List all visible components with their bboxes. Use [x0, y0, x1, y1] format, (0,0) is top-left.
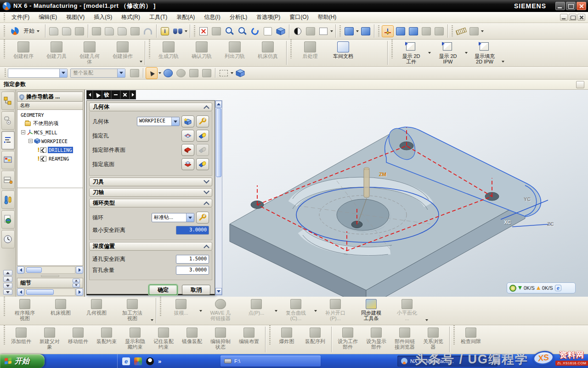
- quick-launch-more-icon[interactable]: »: [158, 358, 161, 365]
- find-button[interactable]: [172, 25, 184, 37]
- scroll-left-button[interactable]: [17, 288, 24, 296]
- show-2d-workpiece-button[interactable]: 显示 2D 工件: [395, 40, 428, 66]
- network-speed-widget[interactable]: 0K/S 0K/S e: [507, 282, 576, 293]
- geometry-view-button[interactable]: 几何视图: [79, 297, 114, 325]
- snap-options-button[interactable]: [188, 67, 200, 79]
- dialog-select-button[interactable]: [93, 90, 102, 99]
- details-collapse-button[interactable]: [73, 283, 80, 288]
- delete-button[interactable]: [129, 25, 141, 37]
- patch-opening-button[interactable]: 补片开口 (P)...: [317, 297, 353, 325]
- menu-insert[interactable]: 插入(S): [89, 12, 117, 23]
- dialog-scroll-thumb[interactable]: [216, 108, 221, 177]
- wave-geometry-linker-button[interactable]: WAVE 几 何链接器: [203, 297, 238, 325]
- dialog-scroll-track[interactable]: [215, 178, 222, 288]
- composite-curve-button[interactable]: 复合曲线 (C)...: [278, 297, 314, 325]
- scroll-up-button[interactable]: [3, 276, 12, 282]
- child-minimize-button[interactable]: [560, 14, 568, 21]
- menu-help[interactable]: 帮助(H): [313, 12, 341, 23]
- create-program-button[interactable]: 创建程序: [7, 40, 40, 66]
- save-button[interactable]: [74, 25, 85, 37]
- web-browser-button[interactable]: [1, 210, 15, 229]
- details-section-header[interactable]: 细节: [17, 278, 83, 288]
- composite-curve-dropdown-arrow[interactable]: [314, 310, 317, 312]
- generate-toolpath-button[interactable]: 生成刀轨: [152, 40, 185, 66]
- show-filled-2d-ipw-dropdown-arrow[interactable]: [502, 61, 504, 63]
- select-part-surface-button[interactable]: [181, 144, 194, 156]
- scroll-right-button[interactable]: [76, 288, 83, 296]
- tree-row-unused-items[interactable]: 不使用的项: [17, 119, 83, 128]
- annotation-dropdown-arrow[interactable]: [481, 30, 484, 32]
- depth-offset-section-header[interactable]: 深度偏置: [89, 242, 212, 251]
- copy-button[interactable]: [103, 25, 115, 37]
- dialog-scroll-up-button[interactable]: [215, 101, 222, 108]
- snap-point-button[interactable]: [433, 25, 445, 37]
- hscroll-track[interactable]: [25, 288, 75, 296]
- start-button[interactable]: 开始: [0, 354, 45, 368]
- check-clearances-button[interactable]: 检查间隙: [457, 325, 485, 354]
- pattern-button[interactable]: [360, 25, 372, 37]
- wcs-dynamics-button[interactable]: [382, 25, 394, 37]
- face-style-dropdown-arrow[interactable]: [330, 30, 333, 32]
- list-toolpath-button[interactable]: 列出刀轨: [218, 40, 251, 66]
- show-hide-constraints-button[interactable]: 显示和隐 藏约束: [121, 325, 149, 354]
- blind-stock-input[interactable]: 3.0000: [176, 266, 209, 275]
- geometry-section-header[interactable]: 几何体: [89, 103, 212, 111]
- exploded-view-button[interactable]: 爆炸图: [272, 325, 301, 354]
- dialog-scrollbar[interactable]: [215, 100, 222, 295]
- find-dropdown-arrow[interactable]: [185, 30, 187, 32]
- relations-browser-button[interactable]: 关系浏览 器: [419, 325, 447, 354]
- menu-view[interactable]: 视图(V): [62, 12, 89, 23]
- annotation-button[interactable]: [468, 25, 480, 37]
- tree-row-drilling[interactable]: !DRILLING: [17, 145, 83, 154]
- zoom-button[interactable]: [223, 25, 235, 37]
- display-mode-button[interactable]: [292, 25, 304, 37]
- datum-plane-button[interactable]: [395, 25, 407, 37]
- ok-button[interactable]: 确定: [149, 285, 177, 295]
- details-expand-button[interactable]: [73, 279, 80, 283]
- zoom-window-button[interactable]: [210, 25, 222, 37]
- select-holes-button[interactable]: [181, 130, 194, 142]
- program-order-view-button[interactable]: 程序顺序 视图: [7, 297, 43, 325]
- point-dropdown-arrow[interactable]: [275, 310, 277, 312]
- menu-edit[interactable]: 编辑(E): [34, 12, 62, 23]
- shop-documentation-button[interactable]: 车间文档: [327, 40, 360, 66]
- refresh-button[interactable]: [249, 25, 261, 37]
- menu-information[interactable]: 信息(I): [199, 12, 225, 23]
- sphere-select-button[interactable]: [175, 67, 187, 79]
- edges-display-button[interactable]: [305, 25, 317, 37]
- scroll-top-button[interactable]: [3, 270, 12, 276]
- dialog-prev-button[interactable]: [86, 90, 93, 99]
- highlight-holes-button[interactable]: [196, 130, 209, 142]
- point-button[interactable]: 点(P)...: [238, 297, 274, 325]
- show-2d-ipw-button[interactable]: 显示 2D IPW: [431, 40, 464, 66]
- move-object-dropdown-arrow[interactable]: [356, 30, 359, 32]
- tool-section-header[interactable]: 刀具: [89, 178, 212, 186]
- hd3d-tools-button[interactable]: [1, 190, 15, 209]
- show-2d-dropdown-arrow[interactable]: [428, 52, 431, 54]
- scroll-right-button[interactable]: [76, 266, 83, 274]
- selection-scope-combo[interactable]: [8, 69, 68, 78]
- postprocess-button[interactable]: 后处理: [294, 40, 327, 66]
- minimize-button[interactable]: [555, 2, 565, 10]
- name-column-header[interactable]: 名称: [17, 102, 83, 110]
- view-group-dropdown-arrow[interactable]: [151, 319, 153, 321]
- new-parent-button[interactable]: 新建父对 象: [35, 325, 64, 354]
- facet-body-button[interactable]: 小平面化 ...: [389, 297, 425, 325]
- select-bottom-surface-button[interactable]: [181, 158, 194, 170]
- select-tools-button[interactable]: [201, 67, 213, 79]
- details-hscrollbar[interactable]: [17, 288, 83, 296]
- tool-axis-section-header[interactable]: 刀轴: [89, 188, 212, 197]
- highlight-part-surface-button[interactable]: [196, 144, 209, 156]
- filter-button[interactable]: [129, 67, 141, 79]
- synchronous-modeling-button[interactable]: 同步建模 工具条: [353, 297, 389, 325]
- remember-constraints-button[interactable]: 记住装配 约束: [149, 325, 178, 354]
- panel-splitter[interactable]: [17, 274, 83, 278]
- taskbar-item-drive[interactable]: F:\: [220, 356, 321, 367]
- menu-preferences[interactable]: 首选项(P): [252, 12, 285, 23]
- create-tool-button[interactable]: 创建刀具: [40, 40, 73, 66]
- mirror-assembly-button[interactable]: 镜像装配: [178, 325, 206, 354]
- shaded-view-button[interactable]: [275, 25, 287, 37]
- make-displayed-part-button[interactable]: 设为显示 部件: [362, 325, 390, 354]
- new-geometry-button[interactable]: [181, 115, 194, 127]
- move-object-button[interactable]: [343, 25, 355, 37]
